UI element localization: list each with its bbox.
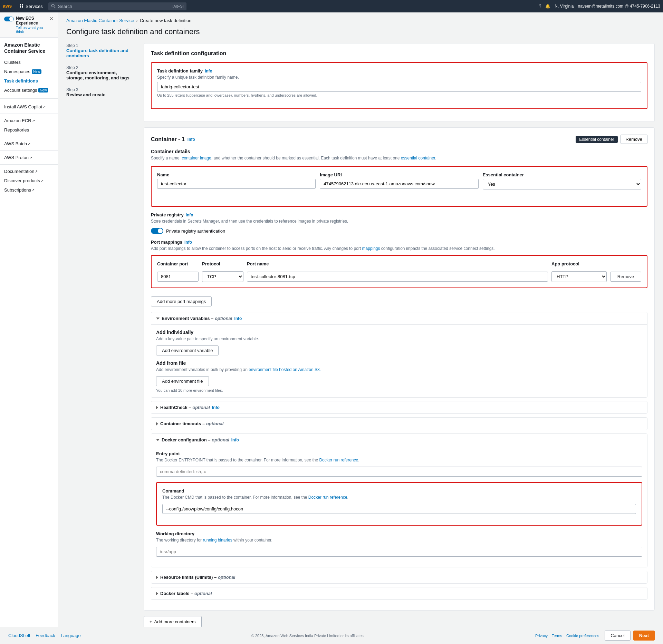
sidebar-item-ecr[interactable]: Amazon ECR ↗ xyxy=(0,116,58,125)
svg-rect-2 xyxy=(22,4,23,6)
task-def-family-label: Task definition family Info xyxy=(157,68,641,74)
help-icon[interactable]: ? xyxy=(539,4,541,9)
task-def-family-group: Task definition family Info Specify a un… xyxy=(157,68,641,97)
timeouts-header[interactable]: Container timeouts – optional xyxy=(151,418,647,430)
env-file-link[interactable]: environment file hosted on Amazon S3. xyxy=(249,367,321,372)
container-essential-group: Essential container Yes No xyxy=(483,172,641,189)
external-link-icon-6: ↗ xyxy=(41,179,44,183)
app-protocol-select[interactable]: HTTP HTTP2 gRPC xyxy=(551,271,607,282)
port-mappings-link[interactable]: mappings xyxy=(362,246,380,251)
add-containers-label: Add more containers xyxy=(154,619,196,624)
docker-config-header[interactable]: Docker configuration – optional Info xyxy=(151,434,647,446)
resource-limits-header[interactable]: Resource limits (Ulimits) – optional xyxy=(151,571,647,583)
add-env-file-button[interactable]: Add environment file xyxy=(156,376,209,386)
sidebar-app-title: Amazon Elastic Container Service xyxy=(0,38,58,56)
container-header-actions: Essential container Remove xyxy=(576,135,647,144)
working-dir-input[interactable] xyxy=(156,547,642,557)
task-def-family-info[interactable]: Info xyxy=(205,69,212,74)
remove-port-mapping-button[interactable]: Remove xyxy=(610,272,641,282)
feedback-link[interactable]: Feedback xyxy=(36,633,55,638)
task-def-family-input[interactable] xyxy=(157,82,641,92)
port-mappings-info[interactable]: Info xyxy=(184,240,192,245)
external-link-icon-4: ↗ xyxy=(29,156,32,159)
add-env-var-button[interactable]: Add environment variable xyxy=(156,345,219,355)
container-info-link[interactable]: Info xyxy=(188,137,195,142)
cookie-link[interactable]: Cookie preferences xyxy=(566,634,599,638)
sidebar-item-namespaces[interactable]: Namespaces New xyxy=(0,67,58,76)
container-name-input[interactable] xyxy=(157,179,316,189)
resource-limits-arrow xyxy=(156,576,158,579)
sidebar-title-text: Amazon Elastic Container Service xyxy=(4,42,54,54)
region-selector[interactable]: N. Virginia xyxy=(555,4,574,9)
container-port-input[interactable] xyxy=(157,272,199,282)
container-essential-select[interactable]: Yes No xyxy=(483,179,641,189)
container-name-image-section: Name Image URI Essential container Yes xyxy=(151,166,647,207)
next-button[interactable]: Next xyxy=(633,631,655,641)
port-mappings-title: Port mappings Info xyxy=(151,240,647,245)
task-def-family-sublabel: Specify a unique task definition family … xyxy=(157,75,641,80)
page-footer: CloudShell Feedback Language © 2023, Ama… xyxy=(0,627,663,644)
essential-container-link[interactable]: essential container xyxy=(401,156,435,160)
sidebar-item-repositories[interactable]: Repositories xyxy=(0,125,58,135)
step-1-title: Configure task definition and containers xyxy=(66,48,135,58)
entry-point-desc: The Docker ENTRYPOINT that is passed to … xyxy=(156,458,642,462)
healthcheck-info[interactable]: Info xyxy=(212,405,220,410)
env-vars-section: Environment variables – optional Info Ad… xyxy=(151,312,647,398)
docker-config-info[interactable]: Info xyxy=(231,438,239,442)
sidebar-item-clusters[interactable]: Clusters xyxy=(0,58,58,67)
new-ecs-banner: New ECS Experience Tell us what you thin… xyxy=(0,12,58,38)
private-registry-toggle[interactable] xyxy=(151,228,163,234)
private-registry-info[interactable]: Info xyxy=(186,213,193,217)
sidebar-item-proton[interactable]: AWS Proton ↗ xyxy=(0,153,58,162)
container-details-desc: Specify a name, container image, and whe… xyxy=(151,156,647,160)
breadcrumb-current: Create new task definition xyxy=(140,18,192,23)
docker-run-link[interactable]: Docker run reference xyxy=(319,458,358,462)
container-image-input[interactable] xyxy=(320,179,478,189)
breadcrumb-parent[interactable]: Amazon Elastic Container Service xyxy=(66,18,134,23)
remove-container-button[interactable]: Remove xyxy=(621,135,647,144)
search-input[interactable] xyxy=(58,4,170,9)
sidebar-item-task-definitions[interactable]: Task definitions xyxy=(0,76,58,86)
sidebar-item-batch[interactable]: AWS Batch ↗ xyxy=(0,139,58,148)
sidebar-item-account-settings[interactable]: Account settings New xyxy=(0,86,58,95)
add-more-containers-button[interactable]: + Add more containers xyxy=(144,616,202,627)
container-name-group: Name xyxy=(157,172,316,189)
close-banner-button[interactable]: ✕ xyxy=(49,16,54,21)
sidebar-item-discover[interactable]: Discover products ↗ xyxy=(0,176,58,185)
sidebar-item-subscriptions[interactable]: Subscriptions ↗ xyxy=(0,185,58,195)
env-vars-info[interactable]: Info xyxy=(234,316,242,321)
protocol-select[interactable]: TCP UDP xyxy=(202,271,243,282)
app-protocol-label: App protocol xyxy=(551,261,607,266)
private-registry-section: Private registry Info Store credentials … xyxy=(151,212,647,234)
new-ecs-link[interactable]: Tell us what you think xyxy=(16,26,47,34)
bell-icon[interactable]: 🔔 xyxy=(545,4,550,9)
port-name-input[interactable] xyxy=(247,272,548,282)
cloudshell-link[interactable]: CloudShell xyxy=(8,633,30,638)
user-menu[interactable]: naveen@metalimits.com @ 4745-7906-2113 xyxy=(578,4,661,9)
services-button[interactable]: Services xyxy=(17,2,46,10)
language-link[interactable]: Language xyxy=(61,633,81,638)
docker-cmd-link[interactable]: Docker run reference xyxy=(308,495,347,500)
privacy-link[interactable]: Privacy xyxy=(535,634,548,638)
env-vars-header[interactable]: Environment variables – optional Info xyxy=(151,312,647,324)
sidebar-item-copilot[interactable]: Install AWS Copilot ↗ xyxy=(0,102,58,111)
step-2-title: Configure environment, storage, monitori… xyxy=(66,70,135,80)
new-ecs-toggle[interactable] xyxy=(4,17,14,21)
port-mappings-row: TCP UDP HTTP HTTP2 gRPC Remove xyxy=(157,271,641,282)
running-binaries-link[interactable]: running binaries xyxy=(203,538,232,543)
entry-point-input[interactable] xyxy=(156,467,642,477)
add-port-mappings-button[interactable]: Add more port mappings xyxy=(151,296,212,306)
docker-labels-header[interactable]: Docker labels – optional xyxy=(151,587,647,599)
working-dir-group: Working directory The working directory … xyxy=(156,531,642,557)
footer-actions: Cancel Next xyxy=(605,631,655,641)
port-mappings-headers: Container port Protocol Port name App pr… xyxy=(157,261,641,268)
command-input[interactable] xyxy=(162,504,636,514)
terms-link[interactable]: Terms xyxy=(552,634,562,638)
cancel-button[interactable]: Cancel xyxy=(605,631,630,641)
external-link-icon-2: ↗ xyxy=(32,119,35,123)
container-image-link[interactable]: container image xyxy=(182,156,211,160)
healthcheck-header[interactable]: HealthCheck – optional Info xyxy=(151,401,647,413)
container-title: Container - 1 Info xyxy=(151,136,195,143)
sidebar-item-documentation[interactable]: Documentation ↗ xyxy=(0,167,58,176)
wizard-step-2: Step 2 Configure environment, storage, m… xyxy=(66,65,135,80)
